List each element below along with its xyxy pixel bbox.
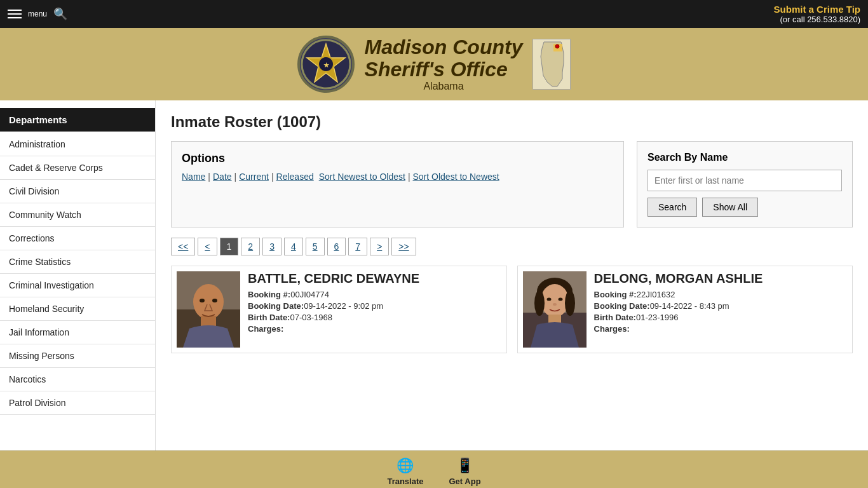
sidebar-item-criminal-investigation[interactable]: Criminal Investigation [0, 274, 155, 297]
svg-point-20 [534, 290, 545, 316]
pagination-page-4[interactable]: 4 [284, 238, 303, 255]
alabama-map [532, 39, 571, 90]
sidebar-item-homeland[interactable]: Homeland Security [0, 297, 155, 321]
inmate-charges-0: Charges: [248, 324, 501, 334]
svg-point-21 [565, 290, 575, 316]
pagination-prev[interactable]: < [198, 238, 217, 255]
svg-point-8 [193, 284, 224, 320]
crime-tip-link[interactable]: Submit a Crime Tip [774, 4, 860, 15]
search-input[interactable] [648, 170, 842, 191]
svg-point-19 [553, 303, 557, 306]
inmate-booking-num-0: Booking #:00JI04774 [248, 290, 501, 299]
pagination-page-1[interactable]: 1 [220, 238, 239, 255]
sidebar-item-jail[interactable]: Jail Information [0, 321, 155, 344]
header-subtitle: Alabama [365, 81, 523, 92]
pagination-page-5[interactable]: 5 [306, 238, 325, 255]
search-panel: Search By Name Search Show All [637, 141, 853, 227]
pagination-page-6[interactable]: 6 [327, 238, 346, 255]
sidebar-item-administration[interactable]: Administration [0, 133, 155, 156]
sidebar-item-corrections[interactable]: Corrections [0, 227, 155, 250]
options-links: Name | Date | Current | Released Sort Ne… [182, 172, 613, 182]
get-app-label: Get App [449, 477, 481, 486]
pagination-page-7[interactable]: 7 [348, 238, 367, 255]
option-date-link[interactable]: Date [213, 172, 232, 182]
panels-row: Options Name | Date | Current | Released… [171, 141, 853, 227]
inmate-photo-0 [177, 271, 240, 348]
inmate-birth-date-1: Birth Date:01-23-1996 [594, 313, 848, 322]
globe-icon: 🌐 [397, 458, 414, 474]
crime-tip-phone: (or call 256.533.8820) [774, 15, 860, 24]
phone-icon: 📱 [456, 458, 473, 474]
page-title: Inmate Roster (1007) [171, 113, 853, 131]
svg-point-10 [200, 299, 205, 302]
sidebar-item-narcotics[interactable]: Narcotics [0, 368, 155, 391]
option-released-link[interactable]: Released [276, 172, 314, 182]
search-button[interactable]: Search [648, 198, 697, 217]
search-panel-title: Search By Name [648, 152, 842, 163]
option-sort-newest-link[interactable]: Sort Newest to Oldest [319, 172, 405, 182]
sidebar: Departments Administration Cadet & Reser… [0, 100, 156, 451]
option-sort-oldest-link[interactable]: Sort Oldest to Newest [413, 172, 499, 182]
inmate-info-1: DELONG, MORGAN ASHLIE Booking #:22JI0163… [594, 271, 848, 348]
svg-point-18 [558, 298, 562, 301]
inmate-card-1: DELONG, MORGAN ASHLIE Booking #:22JI0163… [517, 266, 853, 353]
translate-label: Translate [387, 477, 423, 486]
pagination-first[interactable]: << [171, 238, 195, 255]
header-title-line1: Madison County [365, 36, 523, 58]
option-name-link[interactable]: Name [182, 172, 205, 182]
bottom-bar: 🌐 Translate 📱 Get App [0, 451, 868, 488]
pagination: << < 1 2 3 4 5 6 7 > >> [171, 238, 853, 255]
header-title-block: Madison County Sheriff's Office Alabama [365, 36, 523, 92]
header-title-line2: Sheriff's Office [365, 58, 508, 81]
show-all-button[interactable]: Show All [702, 198, 758, 217]
svg-text:★: ★ [323, 62, 329, 69]
sidebar-item-patrol[interactable]: Patrol Division [0, 391, 155, 415]
translate-button[interactable]: 🌐 Translate [387, 458, 423, 486]
inmate-name-0: BATTLE, CEDRIC DEWAYNE [248, 271, 501, 286]
svg-point-17 [546, 298, 551, 301]
inmate-info-0: BATTLE, CEDRIC DEWAYNE Booking #:00JI047… [248, 271, 501, 348]
inmate-booking-num-1: Booking #:22JI01632 [594, 290, 848, 299]
svg-point-15 [541, 284, 569, 317]
menu-label: menu [28, 10, 47, 18]
inmates-row: BATTLE, CEDRIC DEWAYNE Booking #:00JI047… [171, 266, 853, 353]
search-icon[interactable]: 🔍 [53, 7, 67, 21]
sidebar-heading: Departments [0, 108, 155, 132]
top-bar-left: menu 🔍 [8, 7, 67, 21]
pagination-next[interactable]: > [370, 238, 389, 255]
main-container: Departments Administration Cadet & Reser… [0, 100, 868, 451]
pagination-page-3[interactable]: 3 [262, 238, 281, 255]
sidebar-item-community[interactable]: Community Watch [0, 203, 155, 227]
inmate-charges-1: Charges: [594, 324, 848, 334]
svg-point-11 [212, 299, 217, 302]
inmate-card-0: BATTLE, CEDRIC DEWAYNE Booking #:00JI047… [171, 266, 507, 353]
options-panel: Options Name | Date | Current | Released… [171, 141, 624, 227]
sidebar-item-crime-statistics[interactable]: Crime Statistics [0, 250, 155, 274]
inmate-booking-date-1: Booking Date:09-14-2022 - 8:43 pm [594, 301, 848, 311]
svg-point-5 [555, 44, 559, 48]
sidebar-item-cadet[interactable]: Cadet & Reserve Corps [0, 156, 155, 180]
pagination-last[interactable]: >> [391, 238, 416, 255]
inmate-birth-date-0: Birth Date:07-03-1968 [248, 313, 501, 322]
inmate-booking-date-0: Booking Date:09-14-2022 - 9:02 pm [248, 301, 501, 311]
menu-button[interactable] [8, 10, 22, 18]
pagination-page-2[interactable]: 2 [241, 238, 260, 255]
inmate-name-1: DELONG, MORGAN ASHLIE [594, 271, 848, 286]
sheriff-badge: ★ [297, 36, 355, 93]
sidebar-item-civil[interactable]: Civil Division [0, 180, 155, 203]
content-area: Inmate Roster (1007) Options Name | Date… [156, 100, 868, 451]
sidebar-item-missing[interactable]: Missing Persons [0, 344, 155, 368]
crime-tip-block: Submit a Crime Tip (or call 256.533.8820… [774, 4, 860, 24]
options-title: Options [182, 152, 613, 165]
get-app-button[interactable]: 📱 Get App [449, 458, 481, 486]
inmate-photo-1 [523, 271, 587, 348]
site-header: ★ Madison County Sheriff's Office Alabam… [0, 28, 868, 100]
top-bar: menu 🔍 Submit a Crime Tip (or call 256.5… [0, 0, 868, 28]
search-buttons: Search Show All [648, 198, 842, 217]
option-current-link[interactable]: Current [239, 172, 269, 182]
